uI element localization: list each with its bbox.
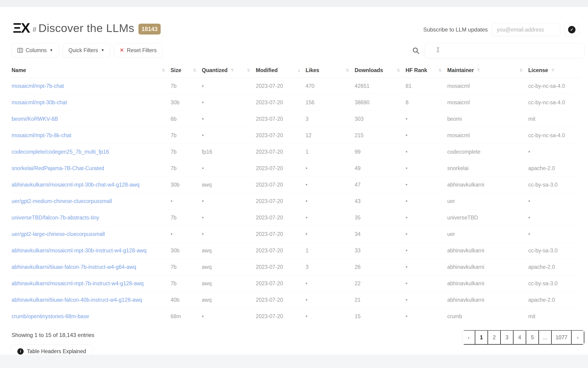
cell-downloads: 303: [355, 116, 406, 122]
table-body: mosaicml/mpt-7b-chat7b•2023-07-204704265…: [12, 78, 581, 325]
table-row: codecomplete/codegen25_7b_multi_fp167bfp…: [12, 144, 581, 160]
sort-icon[interactable]: ⇅: [519, 68, 523, 73]
cell-modified: 2023-07-20: [256, 264, 306, 270]
model-link[interactable]: codecomplete/codegen25_7b_multi_fp16: [12, 149, 109, 155]
cell-modified: 2023-07-20: [256, 182, 306, 188]
model-link[interactable]: abhinavkulkarni/mosaicml-mpt-30b-chat-w4…: [12, 182, 139, 188]
model-link[interactable]: mosaicml/mpt-30b-chat: [12, 99, 67, 105]
cell-maintainer: abhinavkulkarni: [447, 280, 528, 287]
reset-filters-button[interactable]: ✕ Reset Filters: [114, 43, 163, 57]
model-link[interactable]: crumb/opentinystories-68m-base: [12, 313, 89, 319]
cell-likes: •: [306, 297, 355, 303]
sort-icon[interactable]: ⇅: [397, 68, 400, 73]
cell-license: •: [528, 198, 581, 204]
cell-likes: •: [306, 165, 355, 172]
cell-quantized: •: [202, 165, 256, 172]
cell-hf-rank: •: [406, 198, 447, 204]
pagination-page-5[interactable]: 5: [526, 330, 539, 345]
pagination-page-3[interactable]: 3: [501, 330, 513, 345]
cell-maintainer: mosaicml: [447, 83, 528, 89]
cell-likes: •: [306, 215, 355, 221]
cell-hf-rank: •: [406, 149, 447, 155]
columns-button[interactable]: Columns ▼: [12, 43, 59, 57]
cell-hf-rank: •: [406, 280, 447, 287]
entry-count-badge: 18143: [139, 24, 161, 35]
cell-size: •: [171, 198, 202, 204]
pagination-ellipsis[interactable]: ...: [539, 330, 552, 345]
cell-modified: 2023-07-20: [256, 116, 306, 122]
info-icon: i: [17, 348, 24, 355]
column-header-likes[interactable]: Likes ⇅: [306, 67, 355, 74]
cell-downloads: 99: [355, 149, 406, 155]
cell-quantized: •: [202, 99, 256, 106]
sort-icon[interactable]: ⇅: [439, 68, 442, 73]
filter-icon[interactable]: [230, 69, 234, 72]
cell-name: abhinavkulkarni/mosaicml-mpt-30b-instruc…: [12, 248, 171, 254]
column-header-license[interactable]: License: [528, 67, 581, 74]
model-link[interactable]: abhinavkulkarni/mosaicml-mpt-7b-instruct…: [12, 280, 143, 286]
cell-quantized: •: [202, 198, 256, 204]
cell-quantized: awq: [202, 248, 256, 254]
sort-icon[interactable]: ⇅: [193, 68, 196, 73]
sort-icon[interactable]: ⇅: [247, 68, 250, 73]
column-header-size[interactable]: Size ⇅: [171, 67, 202, 74]
column-header-name[interactable]: Name ⇅: [12, 67, 171, 74]
column-header-hf-rank[interactable]: HF Rank ⇅: [406, 67, 447, 74]
cell-hf-rank: •: [406, 313, 447, 320]
filter-icon[interactable]: [477, 69, 481, 72]
cell-maintainer: abhinavkulkarni: [447, 248, 528, 254]
cell-size: 7b: [171, 83, 202, 89]
email-field[interactable]: [492, 23, 560, 36]
model-link[interactable]: snorkelai/RedPajama-7B-Chat-Curated: [12, 165, 104, 171]
model-link[interactable]: uer/gpt2-medium-chinese-cluecorpussmall: [12, 198, 112, 204]
sort-icon[interactable]: ⇅: [346, 68, 349, 73]
cell-hf-rank: 8: [406, 99, 447, 106]
search-input[interactable]: [425, 43, 584, 58]
cell-downloads: 38690: [355, 99, 406, 106]
sort-icon[interactable]: ⇅: [162, 68, 165, 73]
column-header-maintainer[interactable]: Maintainer ⇅: [447, 67, 528, 74]
cell-maintainer: beomi: [447, 116, 528, 122]
model-link[interactable]: abhinavkulkarni/mosaicml-mpt-30b-instruc…: [12, 248, 147, 254]
pagination-page-1[interactable]: 1: [475, 330, 488, 345]
pagination-page-2[interactable]: 2: [488, 330, 501, 345]
model-link[interactable]: uer/gpt2-large-chinese-cluecorpussmall: [12, 231, 105, 237]
model-link[interactable]: mosaicml/mpt-7b-8k-chat: [12, 132, 71, 138]
browser-top-strip: [0, 0, 588, 7]
cell-downloads: 33: [355, 248, 406, 254]
pagination-page-4[interactable]: 4: [513, 330, 526, 345]
table-row: abhinavkulkarni/tiiuae-falcon-40b-instru…: [12, 292, 581, 308]
pagination-next-button[interactable]: ›: [571, 330, 584, 345]
cell-hf-rank: •: [406, 231, 447, 237]
cell-likes: •: [306, 313, 355, 320]
quick-filters-button[interactable]: Quick Filters ▼: [63, 43, 110, 57]
reset-filters-button-label: Reset Filters: [127, 47, 157, 54]
sort-desc-icon[interactable]: ↓: [298, 68, 300, 73]
column-header-quantized[interactable]: Quantized ⇅: [202, 67, 256, 74]
cell-modified: 2023-07-20: [256, 215, 306, 221]
cell-downloads: 22: [355, 280, 406, 287]
subscribe-area: Subscribe to LLM updates ✓: [423, 23, 579, 36]
cell-size: 7b: [171, 165, 202, 172]
chevron-down-icon: ▼: [50, 48, 53, 52]
model-link[interactable]: abhinavkulkarni/tiiuae-falcon-7b-instruc…: [12, 264, 136, 270]
pagination-page-1077[interactable]: 1077: [552, 330, 571, 345]
browser-bottom-strip: [0, 355, 588, 368]
search-icon: [412, 47, 420, 55]
column-header-modified[interactable]: Modified ↓: [256, 67, 306, 74]
cell-name: mosaicml/mpt-30b-chat: [12, 99, 171, 106]
model-link[interactable]: abhinavkulkarni/tiiuae-falcon-40b-instru…: [12, 297, 142, 303]
model-link[interactable]: mosaicml/mpt-7b-chat: [12, 83, 64, 89]
model-link[interactable]: beomi/KoRWKV-6B: [12, 116, 58, 122]
search-area: I: [412, 43, 585, 58]
cell-quantized: fp16: [202, 149, 256, 155]
cell-likes: •: [306, 182, 355, 188]
cell-license: cc-by-nc-sa-4.0: [528, 132, 581, 138]
cell-hf-rank: •: [406, 248, 447, 254]
subscribe-button[interactable]: ✓: [564, 23, 579, 36]
model-link[interactable]: universeTBD/falcon-7b-abstracts-tiny: [12, 215, 99, 221]
cell-modified: 2023-07-20: [256, 132, 306, 138]
filter-icon[interactable]: [551, 69, 555, 72]
pagination-prev-button[interactable]: ‹: [463, 330, 475, 345]
column-header-downloads[interactable]: Downloads ⇅: [355, 67, 406, 74]
